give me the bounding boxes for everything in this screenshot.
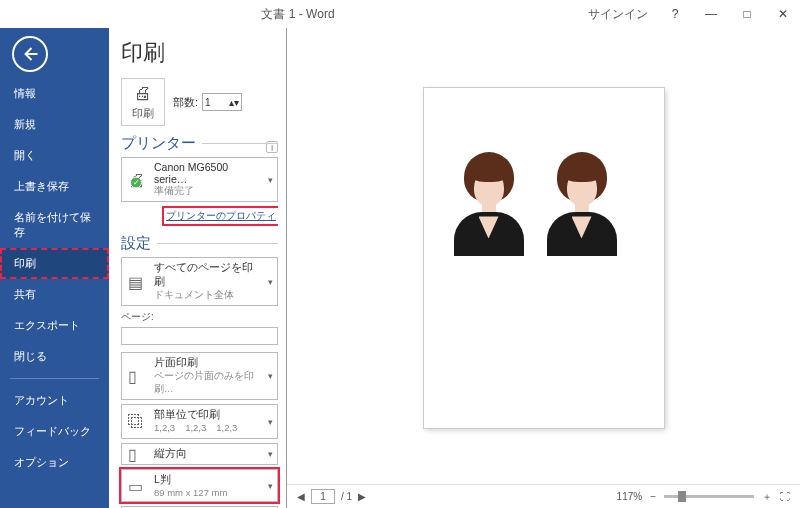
- oneside-icon: ▯: [128, 367, 137, 386]
- minimize-button[interactable]: —: [702, 7, 720, 21]
- settings-section-heading: 設定: [121, 234, 278, 253]
- zoom-in-button[interactable]: ＋: [762, 490, 772, 504]
- print-preview: ◀ 1 / 1 ▶ 117% − ＋ ⛶: [286, 28, 800, 508]
- photo-2: [539, 148, 624, 256]
- chevron-down-icon: ▾: [268, 371, 273, 381]
- sidebar-item-options[interactable]: オプション: [0, 447, 109, 478]
- page-heading: 印刷: [121, 38, 278, 68]
- sidebar-item-feedback[interactable]: フィードバック: [0, 416, 109, 447]
- preview-statusbar: ◀ 1 / 1 ▶ 117% − ＋ ⛶: [287, 484, 800, 508]
- close-button[interactable]: ✕: [774, 7, 792, 21]
- signin-link[interactable]: サインイン: [588, 6, 648, 23]
- chevron-down-icon: ▾: [268, 175, 273, 185]
- collate-dropdown[interactable]: ⿻ 部単位で印刷 1,2,3 1,2,3 1,2,3 ▾: [121, 404, 278, 439]
- zoom-value: 117%: [617, 491, 643, 502]
- chevron-down-icon: ▾: [268, 417, 273, 427]
- printer-section-heading: プリンター: [121, 134, 278, 153]
- sidebar-item-saveas[interactable]: 名前を付けて保存: [0, 202, 109, 248]
- printer-dropdown[interactable]: 🖨✓ Canon MG6500 serie… 準備完了 ▾: [121, 157, 278, 202]
- collate-icon: ⿻: [128, 413, 144, 431]
- sidebar-item-close[interactable]: 閉じる: [0, 341, 109, 372]
- chevron-down-icon: ▾: [268, 481, 273, 491]
- sidebar-item-account[interactable]: アカウント: [0, 385, 109, 416]
- document-title: 文書 1 - Word: [8, 6, 588, 23]
- print-range-dropdown[interactable]: ▤ すべてのページを印刷 ドキュメント全体 ▾: [121, 257, 278, 306]
- copies-label: 部数:: [173, 95, 198, 110]
- portrait-icon: ▯: [128, 445, 137, 464]
- sidebar-item-save[interactable]: 上書き保存: [0, 171, 109, 202]
- chevron-down-icon: ▾: [268, 449, 273, 459]
- copies-spinner[interactable]: 1▴▾: [202, 93, 242, 111]
- zoom-slider[interactable]: [664, 495, 754, 498]
- zoom-out-button[interactable]: −: [650, 491, 656, 502]
- paper-size-dropdown[interactable]: ▭ L判 89 mm x 127 mm ▾: [121, 469, 278, 502]
- backstage-sidebar: 情報 新規 開く 上書き保存 名前を付けて保存 印刷 共有 エクスポート 閉じる…: [0, 28, 109, 508]
- maximize-button[interactable]: □: [738, 7, 756, 21]
- fit-button[interactable]: ⛶: [780, 491, 790, 502]
- prev-page-button[interactable]: ◀: [297, 491, 305, 502]
- chevron-down-icon: ▾: [268, 277, 273, 287]
- sidebar-item-export[interactable]: エクスポート: [0, 310, 109, 341]
- preview-page: [424, 88, 664, 428]
- page-range-input[interactable]: [121, 327, 278, 345]
- titlebar: 文書 1 - Word サインイン ? — □ ✕: [0, 0, 800, 28]
- print-button-label: 印刷: [132, 106, 154, 121]
- back-button[interactable]: [12, 36, 48, 72]
- printer-device-icon: 🖨✓: [128, 169, 146, 190]
- side-dropdown[interactable]: ▯ 片面印刷 ページの片面のみを印刷… ▾: [121, 352, 278, 400]
- sidebar-item-print[interactable]: 印刷: [0, 248, 109, 279]
- page-total: / 1: [341, 491, 352, 502]
- print-button[interactable]: 🖨 印刷: [121, 78, 165, 126]
- help-button[interactable]: ?: [666, 7, 684, 21]
- printer-properties-link[interactable]: プリンターのプロパティ: [164, 208, 278, 224]
- sidebar-item-open[interactable]: 開く: [0, 140, 109, 171]
- sidebar-item-share[interactable]: 共有: [0, 279, 109, 310]
- next-page-button[interactable]: ▶: [358, 491, 366, 502]
- sidebar-item-new[interactable]: 新規: [0, 109, 109, 140]
- pages-icon: ▤: [128, 272, 143, 291]
- printer-icon: 🖨: [134, 83, 152, 104]
- print-settings-panel: 印刷 🖨 印刷 部数: 1▴▾ プリンター i 🖨✓ Canon MG6500 …: [109, 28, 286, 508]
- current-page-input[interactable]: 1: [311, 489, 335, 504]
- page-range-label: ページ:: [121, 310, 278, 324]
- sidebar-item-info[interactable]: 情報: [0, 78, 109, 109]
- orientation-dropdown[interactable]: ▯ 縦方向 ▾: [121, 443, 278, 465]
- paper-icon: ▭: [128, 476, 143, 495]
- photo-1: [446, 148, 531, 256]
